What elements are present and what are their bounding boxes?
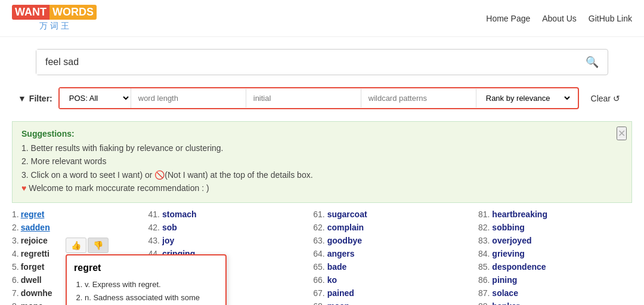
search-input[interactable] <box>36 50 577 75</box>
list-item: 67.pained <box>308 286 462 300</box>
rank-select[interactable]: Rank by relevance <box>476 88 572 108</box>
word-link-sadden[interactable]: sadden <box>21 223 50 232</box>
popup-def-2: n. Sadness associated with some wrong do… <box>85 291 218 305</box>
search-button[interactable]: 🔍 <box>577 50 608 75</box>
suggestions-panel: ✕ Suggestions: 1. Better results with fi… <box>12 121 632 203</box>
logo-top: WANTWORDS <box>12 5 97 20</box>
nav-about[interactable]: About Us <box>542 14 577 23</box>
list-item: 42.sob <box>143 221 296 234</box>
thumb-bar: 👍 👎 <box>66 238 227 253</box>
word-link-regret[interactable]: regret <box>21 210 45 219</box>
main-content: ✕ Suggestions: 1. Better results with fi… <box>0 115 644 305</box>
search-area: 🔍 <box>0 37 644 81</box>
suggestion-3: 3. Click on a word to seet I want) or 🚫(… <box>21 168 623 181</box>
suggestions-title: Suggestions: <box>21 129 623 138</box>
popup-word: regret <box>74 263 218 273</box>
word-dwell: dwell <box>21 275 42 285</box>
word-rejoice: rejoice <box>21 236 48 245</box>
thumbs-up-button[interactable]: 👍 <box>66 238 86 253</box>
list-item: 41.stomach <box>143 208 296 221</box>
word-col-3: 61.sugarcoat 62.complain 63.goodbye 64.a… <box>302 208 467 305</box>
header: WANTWORDS 万 词 王 Home Page About Us GitHu… <box>0 0 644 37</box>
suggestions-close-button[interactable]: ✕ <box>617 127 627 140</box>
logo-area: WANTWORDS 万 词 王 <box>12 5 97 32</box>
pos-select[interactable]: POS: All <box>60 88 131 108</box>
suggestion-1: 1. Better results with fiaking by releva… <box>21 141 623 155</box>
list-item: 81.heartbreaking <box>473 208 626 221</box>
word-regretti: regretti <box>21 249 49 258</box>
popup-definitions: v. Express with regret. n. Sadness assoc… <box>74 278 218 305</box>
refresh-icon: ↺ <box>613 94 620 103</box>
logo-chinese: 万 词 王 <box>39 21 69 32</box>
nav-links: Home Page About Us GitHub Link <box>486 14 632 23</box>
wildcard-input[interactable] <box>361 89 476 107</box>
thumbs-down-button[interactable]: 👎 <box>88 238 109 253</box>
list-item: 62.complain <box>308 221 462 234</box>
content-wrapper: ✕ Suggestions: 1. Better results with fi… <box>12 121 632 305</box>
list-item: 65.bade <box>308 260 462 273</box>
word-mope: mope <box>21 301 43 305</box>
filter-container: POS: All Rank by relevance <box>58 87 579 109</box>
search-box: 🔍 <box>36 49 608 75</box>
word-col-4: 81.heartbreaking 82.sobbing 83.overjoyed… <box>467 208 632 305</box>
word-forget: forget <box>21 262 45 272</box>
list-item: 84.grieving <box>473 247 626 260</box>
list-item: 63.goodbye <box>308 234 462 247</box>
list-item: 87.solace <box>473 286 626 300</box>
filter-label: ▼ Filter: <box>18 94 52 103</box>
initial-input[interactable] <box>246 89 361 107</box>
logo-words: WORDS <box>49 5 97 20</box>
popup-container: 👍 👎 regret v. Express with regret. n. Sa… <box>66 238 227 305</box>
list-item: 2.sadden <box>12 221 131 234</box>
popup-def-1: v. Express with regret. <box>85 278 218 291</box>
list-item: 83.overjoyed <box>473 234 626 247</box>
list-item: 61.sugarcoat <box>308 208 462 221</box>
suggestions-text: 1. Better results with fiaking by releva… <box>21 141 623 195</box>
list-item: 66.ko <box>308 273 462 286</box>
list-item: 68.moan <box>308 300 462 305</box>
clear-button[interactable]: Clear ↺ <box>585 89 626 108</box>
nav-github[interactable]: GitHub Link <box>589 14 632 23</box>
list-item: 1.regret <box>12 208 131 221</box>
suggestion-4: ♥ Welcome to mark moccurate recommendati… <box>21 181 623 195</box>
filter-icon: ▼ <box>18 94 26 103</box>
popup-box: regret v. Express with regret. n. Sadnes… <box>66 254 227 305</box>
nav-home[interactable]: Home Page <box>486 14 530 23</box>
word-results-area: 1.regret 2.sadden 3.rejoice 4.regretti 5… <box>12 208 632 305</box>
list-item: 86.pining <box>473 273 626 286</box>
logo-want: WANT <box>12 5 49 20</box>
suggestion-2: 2. More relevant words <box>21 155 623 168</box>
word-length-input[interactable] <box>131 89 246 107</box>
word-downhe: downhe <box>21 288 52 298</box>
list-item: 82.sobbing <box>473 221 626 234</box>
list-item: 85.despondence <box>473 260 626 273</box>
filter-bar: ▼ Filter: POS: All Rank by relevance Cle… <box>6 81 638 115</box>
list-item: 88.hanker <box>473 300 626 305</box>
list-item: 64.angers <box>308 247 462 260</box>
